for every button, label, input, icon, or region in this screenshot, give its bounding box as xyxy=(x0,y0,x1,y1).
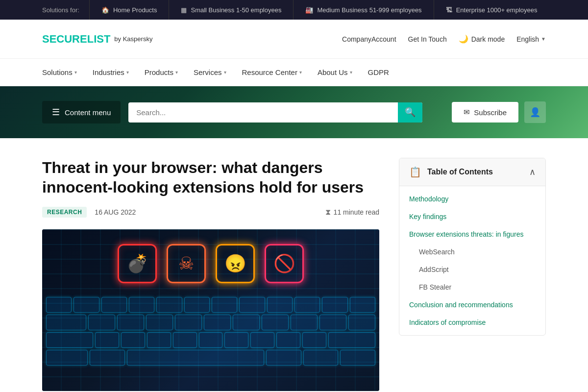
key xyxy=(322,297,347,313)
search-button[interactable]: 🔍 xyxy=(398,102,422,122)
user-icon: 👤 xyxy=(530,107,540,118)
nav-resource-center[interactable]: Resource Center ▾ xyxy=(234,59,310,86)
toc-item-browser-extensions[interactable]: Browser extensions threats: in figures xyxy=(399,225,545,243)
medium-biz-icon: 🏭 xyxy=(305,6,313,14)
topbar-small-biz-label: Small Business 1-50 employees xyxy=(191,6,281,14)
key xyxy=(348,315,375,330)
key xyxy=(147,332,171,348)
nav-services[interactable]: Services ▾ xyxy=(186,59,234,86)
search-container: 🔍 xyxy=(128,102,422,122)
key xyxy=(46,315,86,330)
toc-collapse-button[interactable]: ∧ xyxy=(529,167,536,177)
key xyxy=(212,297,237,313)
language-chevron-icon: ▼ xyxy=(541,36,546,42)
industries-chevron-icon: ▾ xyxy=(126,70,129,75)
nav-gdpr[interactable]: GDPR xyxy=(360,59,397,86)
read-time: ⧗ 11 minute read xyxy=(325,208,379,217)
topbar-home[interactable]: 🏠 Home Products xyxy=(89,0,169,20)
toc-list-icon: 📋 xyxy=(409,166,421,178)
moon-icon: 🌙 xyxy=(459,34,468,44)
toc-item-addscript[interactable]: AddScript xyxy=(399,261,545,278)
key xyxy=(328,332,375,348)
toc-body: Methodology Key findings Browser extensi… xyxy=(399,186,545,335)
toc-item-fb-stealer[interactable]: FB Stealer xyxy=(399,278,545,296)
key xyxy=(239,297,265,313)
key-row-3 xyxy=(46,332,375,348)
about-us-chevron-icon: ▾ xyxy=(350,70,352,75)
key xyxy=(204,315,231,330)
top-bar: Solutions for: 🏠 Home Products ▦ Small B… xyxy=(0,0,588,20)
logo[interactable]: SECURELIST by Kaspersky xyxy=(42,33,152,46)
key xyxy=(46,332,93,348)
topbar-enterprise-label: Enterprise 1000+ employees xyxy=(456,6,538,14)
article-date: 16 AUG 2022 xyxy=(95,208,136,216)
subscribe-label: Subscribe xyxy=(474,108,507,117)
small-biz-icon: ▦ xyxy=(181,6,187,14)
company-account-link[interactable]: CompanyAccount xyxy=(342,35,396,43)
topbar-enterprise[interactable]: 🏗 Enterprise 1000+ employees xyxy=(434,0,549,20)
neon-skull-icon: ☠ xyxy=(167,244,206,283)
key xyxy=(184,297,210,313)
get-in-touch-link[interactable]: Get In Touch xyxy=(408,35,447,43)
key xyxy=(224,332,248,348)
keyboard-grid xyxy=(42,293,379,391)
dark-mode-button[interactable]: 🌙 Dark mode xyxy=(459,34,505,44)
key xyxy=(266,350,301,366)
solutions-label: Solutions for: xyxy=(0,6,89,14)
key xyxy=(302,332,326,348)
logo-secure: SECURE xyxy=(42,33,87,45)
nav-solutions-label: Solutions xyxy=(42,68,73,76)
key xyxy=(117,315,144,330)
toc-item-key-findings[interactable]: Key findings xyxy=(399,208,545,225)
key xyxy=(46,297,72,313)
table-of-contents: 📋 Table of Contents ∧ Methodology Key fi… xyxy=(399,158,546,336)
key xyxy=(129,297,154,313)
key xyxy=(262,315,289,330)
nav-resource-center-label: Resource Center xyxy=(242,68,297,76)
key xyxy=(294,297,320,313)
search-bar-section: ☰ Content menu 🔍 ✉ Subscribe 👤 xyxy=(0,86,588,138)
key-row-2 xyxy=(46,315,375,330)
toc-item-conclusion[interactable]: Conclusion and recommendations xyxy=(399,296,545,314)
key xyxy=(276,332,300,348)
key xyxy=(267,297,293,313)
header-actions: ✉ Subscribe 👤 xyxy=(452,101,546,123)
key xyxy=(95,332,119,348)
toc-item-methodology[interactable]: Methodology xyxy=(399,190,545,208)
key xyxy=(121,332,145,348)
products-chevron-icon: ▾ xyxy=(175,70,178,75)
neon-ban-icon: 🚫 xyxy=(265,244,304,283)
nav-products-label: Products xyxy=(145,68,173,76)
topbar-medium-biz[interactable]: 🏭 Medium Business 51-999 employees xyxy=(293,0,433,20)
key xyxy=(156,297,182,313)
article-section: Threat in your browser: what dangers inn… xyxy=(42,158,379,392)
home-icon: 🏠 xyxy=(101,6,109,14)
article-image: 💣 ☠ 😠 🚫 xyxy=(42,229,379,391)
key xyxy=(88,315,115,330)
key xyxy=(101,297,127,313)
nav-products[interactable]: Products ▾ xyxy=(137,59,186,86)
toc-item-indicators[interactable]: Indicators of compromise xyxy=(399,314,545,331)
neon-icons: 💣 ☠ 😠 🚫 xyxy=(118,244,304,283)
nav-industries[interactable]: Industries ▾ xyxy=(85,59,137,86)
article-meta: RESEARCH 16 AUG 2022 ⧗ 11 minute read xyxy=(42,207,379,218)
key-row-4 xyxy=(46,350,375,366)
nav-about-us[interactable]: About Us ▾ xyxy=(310,59,360,86)
topbar-small-biz[interactable]: ▦ Small Business 1-50 employees xyxy=(169,0,293,20)
article-image-bg: 💣 ☠ 😠 🚫 xyxy=(42,229,379,391)
neon-face-icon: 😠 xyxy=(216,244,255,283)
header-right: CompanyAccount Get In Touch 🌙 Dark mode … xyxy=(342,34,546,44)
key xyxy=(250,332,274,348)
toc-item-websearch[interactable]: WebSearch xyxy=(399,243,545,261)
user-account-button[interactable]: 👤 xyxy=(524,101,546,123)
search-icon: 🔍 xyxy=(405,107,416,118)
key-spacebar xyxy=(127,350,264,366)
language-button[interactable]: English ▼ xyxy=(516,35,546,43)
key xyxy=(291,315,318,330)
subscribe-button[interactable]: ✉ Subscribe xyxy=(452,102,518,122)
neon-bomb-icon: 💣 xyxy=(118,244,157,283)
nav-solutions[interactable]: Solutions ▾ xyxy=(42,59,85,86)
sidebar: 📋 Table of Contents ∧ Methodology Key fi… xyxy=(399,158,546,392)
search-input[interactable] xyxy=(128,102,422,122)
content-menu-button[interactable]: ☰ Content menu xyxy=(42,101,121,123)
